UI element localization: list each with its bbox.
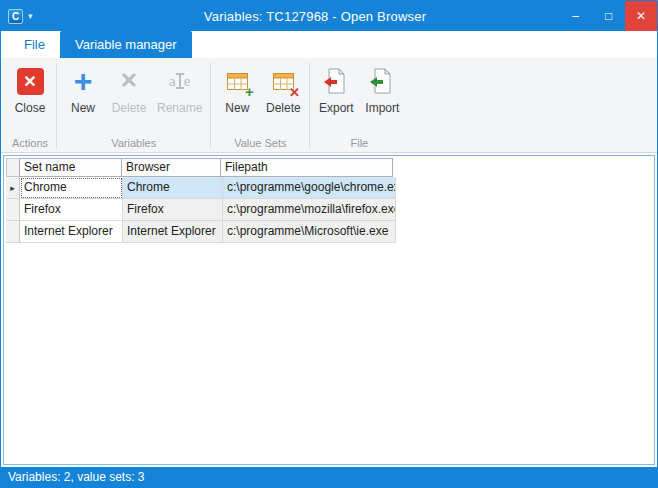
group-label-actions: Actions <box>4 136 56 152</box>
tab-variable-manager[interactable]: Variable manager <box>60 31 192 58</box>
delete-value-set-button[interactable]: ✕ Delete <box>261 61 305 136</box>
ribbon-group-actions: ✕ Close Actions <box>4 60 56 152</box>
tab-file[interactable]: File <box>9 31 60 58</box>
close-window-button[interactable]: ✕ <box>625 1 657 31</box>
minimize-button[interactable]: – <box>559 1 592 31</box>
new-value-set-label: New <box>225 101 249 115</box>
rename-variable-button[interactable]: ae Rename <box>153 61 206 136</box>
new-variable-button[interactable]: + New <box>61 61 105 136</box>
close-button-label: Close <box>15 101 46 115</box>
plus-icon: + <box>74 66 93 96</box>
qat-dropdown-chevron-icon[interactable]: ▾ <box>28 11 33 21</box>
column-header-browser[interactable]: Browser <box>121 158 221 177</box>
variables-grid: Set name Browser Filepath ▸ Chrome Chrom… <box>4 158 654 243</box>
table-row: Firefox Firefox c:\programme\mozilla\fir… <box>6 199 654 221</box>
cell-filepath[interactable]: c:\programme\Microsoft\ie.exe <box>223 221 396 243</box>
grid-header-row: Set name Browser Filepath <box>6 158 654 177</box>
indicator-column-header <box>6 158 20 177</box>
group-label-value-sets: Value Sets <box>211 136 309 152</box>
plus-badge-icon: + <box>245 83 254 100</box>
close-variables-button[interactable]: ✕ Close <box>8 61 52 136</box>
delete-value-set-label: Delete <box>266 101 301 115</box>
group-label-variables: Variables <box>57 136 210 152</box>
export-button[interactable]: Export <box>314 61 358 136</box>
cell-set-name[interactable]: Firefox <box>20 199 123 221</box>
column-header-filepath[interactable]: Filepath <box>220 158 393 177</box>
rename-variable-label: Rename <box>157 101 202 115</box>
ribbon-group-value-sets: + New ✕ Delete <box>211 60 309 152</box>
cell-browser[interactable]: Firefox <box>123 199 223 221</box>
ribbon-group-variables: + New ✕ Delete ae Rename <box>57 60 210 152</box>
cell-browser[interactable]: Chrome <box>123 177 223 199</box>
export-arrow-icon <box>319 77 337 87</box>
ribbon-tab-row: File Variable manager <box>1 31 657 58</box>
quick-access-toolbar: C ▾ <box>1 9 71 24</box>
status-bar: Variables: 2, value sets: 3 <box>1 467 657 487</box>
new-variable-label: New <box>71 101 95 115</box>
cell-filepath[interactable]: c:\programme\mozilla\firefox.exe <box>223 199 396 221</box>
row-indicator-icon: ▸ <box>6 177 20 199</box>
titlebar: C ▾ Variables: TC127968 - Open Browser –… <box>1 1 657 31</box>
delete-x-icon: ✕ <box>120 68 138 94</box>
export-label: Export <box>319 101 354 115</box>
delete-variable-label: Delete <box>112 101 147 115</box>
delete-variable-button[interactable]: ✕ Delete <box>107 61 151 136</box>
table-row: ▸ Chrome Chrome c:\programme\google\chro… <box>6 177 654 199</box>
window-controls: – □ ✕ <box>559 1 657 31</box>
ribbon-group-file: Export Import File <box>310 60 408 152</box>
row-indicator <box>6 199 20 221</box>
import-label: Import <box>365 101 399 115</box>
cell-set-name[interactable]: Internet Explorer <box>20 221 123 243</box>
group-label-file: File <box>310 136 408 152</box>
rename-icon: ae <box>169 73 190 90</box>
variables-grid-panel: Set name Browser Filepath ▸ Chrome Chrom… <box>3 155 655 465</box>
app-icon[interactable]: C <box>8 9 23 24</box>
close-red-icon: ✕ <box>17 68 44 95</box>
status-text: Variables: 2, value sets: 3 <box>8 470 145 484</box>
row-indicator <box>6 221 20 243</box>
x-badge-icon: ✕ <box>289 85 300 100</box>
table-row: Internet Explorer Internet Explorer c:\p… <box>6 221 654 243</box>
new-value-set-button[interactable]: + New <box>215 61 259 136</box>
cell-set-name[interactable]: Chrome <box>20 177 123 199</box>
window-title: Variables: TC127968 - Open Browser <box>71 9 559 24</box>
cell-browser[interactable]: Internet Explorer <box>123 221 223 243</box>
cell-filepath[interactable]: c:\programme\google\chrome.exe <box>223 177 396 199</box>
maximize-button[interactable]: □ <box>592 1 625 31</box>
ribbon: ✕ Close Actions + New ✕ <box>1 58 657 153</box>
import-button[interactable]: Import <box>360 61 404 136</box>
column-header-set-name[interactable]: Set name <box>19 158 122 177</box>
import-arrow-icon <box>365 77 383 87</box>
app-window: C ▾ Variables: TC127968 - Open Browser –… <box>0 0 658 488</box>
